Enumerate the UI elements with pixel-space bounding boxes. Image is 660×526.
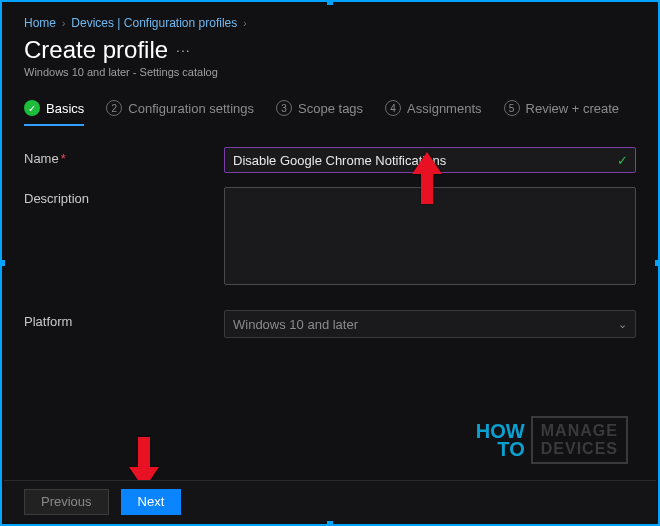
tab-scope-tags[interactable]: 3 Scope tags bbox=[276, 100, 363, 126]
selection-handle-icon bbox=[655, 260, 660, 266]
more-menu-icon[interactable]: ··· bbox=[176, 42, 191, 58]
name-label: Name* bbox=[24, 147, 224, 166]
breadcrumb-devices[interactable]: Devices | Configuration profiles bbox=[71, 16, 237, 30]
tab-basics[interactable]: ✓ 1 Basics bbox=[24, 100, 84, 126]
checkmark-icon: ✓ bbox=[617, 153, 628, 168]
watermark-logo: HOW TO MANAGE DEVICES bbox=[476, 416, 628, 464]
check-circle-icon: ✓ bbox=[24, 100, 40, 116]
tab-configuration-settings[interactable]: 2 Configuration settings bbox=[106, 100, 254, 126]
tab-label: Assignments bbox=[407, 101, 481, 116]
tab-label: Review + create bbox=[526, 101, 620, 116]
tab-label: Scope tags bbox=[298, 101, 363, 116]
name-input[interactable] bbox=[224, 147, 636, 173]
platform-label: Platform bbox=[24, 310, 224, 329]
chevron-right-icon: › bbox=[243, 18, 246, 29]
step-number-icon: 4 bbox=[385, 100, 401, 116]
wizard-tabs: ✓ 1 Basics 2 Configuration settings 3 Sc… bbox=[24, 100, 636, 127]
previous-button: Previous bbox=[24, 489, 109, 515]
wizard-footer: Previous Next bbox=[4, 480, 656, 522]
breadcrumb: Home › Devices | Configuration profiles … bbox=[24, 16, 636, 30]
tab-review-create[interactable]: 5 Review + create bbox=[504, 100, 620, 126]
tab-label: Configuration settings bbox=[128, 101, 254, 116]
page-subtitle: Windows 10 and later - Settings catalog bbox=[24, 66, 636, 78]
tab-assignments[interactable]: 4 Assignments bbox=[385, 100, 481, 126]
description-textarea[interactable] bbox=[224, 187, 636, 285]
tab-label: Basics bbox=[46, 101, 84, 116]
step-number-icon: 5 bbox=[504, 100, 520, 116]
description-label: Description bbox=[24, 187, 224, 206]
page-title: Create profile bbox=[24, 36, 168, 64]
step-number-icon: 3 bbox=[276, 100, 292, 116]
breadcrumb-home[interactable]: Home bbox=[24, 16, 56, 30]
chevron-right-icon: › bbox=[62, 18, 65, 29]
chevron-down-icon: ⌄ bbox=[618, 318, 627, 331]
platform-value: Windows 10 and later bbox=[233, 317, 358, 332]
required-asterisk-icon: * bbox=[61, 151, 66, 166]
step-number-icon: 2 bbox=[106, 100, 122, 116]
platform-select: Windows 10 and later ⌄ bbox=[224, 310, 636, 338]
selection-handle-icon bbox=[0, 260, 5, 266]
selection-handle-icon bbox=[327, 521, 333, 526]
next-button[interactable]: Next bbox=[121, 489, 182, 515]
selection-handle-icon bbox=[327, 0, 333, 5]
